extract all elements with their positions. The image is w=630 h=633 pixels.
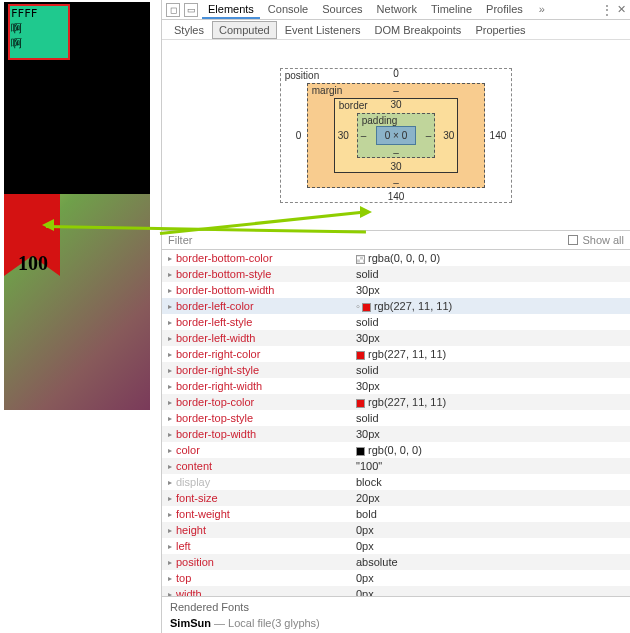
bm-border-bottom: 30 bbox=[390, 161, 401, 172]
prop-row[interactable]: ▸border-top-stylesolid bbox=[162, 410, 630, 426]
preview-pane: FFFF 啊 啊 100 bbox=[0, 0, 162, 633]
prop-row[interactable]: ▸border-left-width30px bbox=[162, 330, 630, 346]
prop-row[interactable]: ▸border-left-stylesolid bbox=[162, 314, 630, 330]
filter-input[interactable]: Filter bbox=[168, 234, 192, 246]
preview-text-2: 啊 bbox=[10, 21, 68, 36]
devtools-pane: ◻ ▭ Elements Console Sources Network Tim… bbox=[162, 0, 630, 633]
rendered-font-entry: SimSun — Local file(3 glyphs) bbox=[170, 617, 622, 629]
showall-label: Show all bbox=[582, 234, 624, 246]
box-model-diagram[interactable]: position 0 margin – 140 – 0 border 30 30… bbox=[162, 40, 630, 230]
computed-properties-list[interactable]: ▸border-bottom-colorrgba(0, 0, 0, 0)▸bor… bbox=[162, 250, 630, 596]
prop-row[interactable]: ▸font-weightbold bbox=[162, 506, 630, 522]
prop-row[interactable]: ▸top0px bbox=[162, 570, 630, 586]
bm-padding-bottom: – bbox=[393, 147, 399, 158]
prop-row[interactable]: ▸font-size20px bbox=[162, 490, 630, 506]
prop-row[interactable]: ▸border-top-colorrgb(227, 11, 11) bbox=[162, 394, 630, 410]
prop-row[interactable]: ▸left0px bbox=[162, 538, 630, 554]
bm-border-label: border bbox=[339, 100, 368, 111]
tab-sources[interactable]: Sources bbox=[316, 1, 368, 19]
inspect-icon[interactable]: ◻ bbox=[166, 3, 180, 17]
prop-row[interactable]: ▸border-right-colorrgb(227, 11, 11) bbox=[162, 346, 630, 362]
bm-border-top: 30 bbox=[390, 99, 401, 110]
bm-margin-left: 0 bbox=[296, 130, 302, 141]
tab-console[interactable]: Console bbox=[262, 1, 314, 19]
tab-network[interactable]: Network bbox=[371, 1, 423, 19]
prop-row[interactable]: ▸border-right-stylesolid bbox=[162, 362, 630, 378]
annotation-arrow-2-head bbox=[360, 206, 372, 218]
bm-padding-left: – bbox=[361, 130, 367, 141]
bm-margin-top: – bbox=[393, 85, 399, 96]
filter-row: Filter Show all bbox=[162, 230, 630, 250]
preview-text-3: 啊 bbox=[10, 36, 68, 51]
subtab-eventlisteners[interactable]: Event Listeners bbox=[279, 22, 367, 38]
prop-row[interactable]: ▸border-bottom-stylesolid bbox=[162, 266, 630, 282]
tab-profiles[interactable]: Profiles bbox=[480, 1, 529, 19]
badge-number: 100 bbox=[18, 252, 48, 275]
prop-row[interactable]: ▸content"100" bbox=[162, 458, 630, 474]
bm-margin-bottom-dash: – bbox=[393, 177, 399, 188]
bm-margin-label: margin bbox=[312, 85, 343, 96]
prop-row[interactable]: ▸border-left-color◦rgb(227, 11, 11) bbox=[162, 298, 630, 314]
bm-border-right: 30 bbox=[443, 130, 454, 141]
subtab-dombreakpoints[interactable]: DOM Breakpoints bbox=[369, 22, 468, 38]
prop-row[interactable]: ▸border-bottom-width30px bbox=[162, 282, 630, 298]
bm-position-label: position bbox=[285, 70, 319, 81]
prop-row[interactable]: ▸border-top-width30px bbox=[162, 426, 630, 442]
bm-position-top: 0 bbox=[393, 68, 399, 79]
subtab-styles[interactable]: Styles bbox=[168, 22, 210, 38]
subtab-computed[interactable]: Computed bbox=[212, 21, 277, 39]
prop-row[interactable]: ▸border-bottom-colorrgba(0, 0, 0, 0) bbox=[162, 250, 630, 266]
main-tabs: Elements Console Sources Network Timelin… bbox=[202, 1, 551, 19]
subtab-properties[interactable]: Properties bbox=[469, 22, 531, 38]
annotation-arrow-1-head bbox=[42, 219, 54, 231]
bm-border-left: 30 bbox=[338, 130, 349, 141]
menu-icon[interactable]: ⋮ bbox=[601, 3, 613, 17]
sidebar-tabs: Styles Computed Event Listeners DOM Brea… bbox=[162, 20, 630, 40]
prop-row[interactable]: ▸positionabsolute bbox=[162, 554, 630, 570]
bm-margin-right: 140 bbox=[490, 130, 507, 141]
showall-checkbox[interactable] bbox=[568, 235, 578, 245]
prop-row[interactable]: ▸height0px bbox=[162, 522, 630, 538]
preview-element[interactable]: FFFF 啊 啊 bbox=[8, 4, 70, 60]
prop-row[interactable]: ▸border-right-width30px bbox=[162, 378, 630, 394]
tab-timeline[interactable]: Timeline bbox=[425, 1, 478, 19]
bm-margin-bottom: 140 bbox=[388, 191, 405, 202]
prop-row[interactable]: ▸width0px bbox=[162, 586, 630, 596]
device-icon[interactable]: ▭ bbox=[184, 3, 198, 17]
preview-text-1: FFFF bbox=[10, 6, 68, 21]
rendered-fonts-section: Rendered Fonts SimSun — Local file(3 gly… bbox=[162, 596, 630, 633]
preview-black-area: FFFF 啊 啊 bbox=[4, 2, 150, 194]
bm-padding-right: – bbox=[426, 130, 432, 141]
prop-row[interactable]: ▸displayblock bbox=[162, 474, 630, 490]
prop-row[interactable]: ▸colorrgb(0, 0, 0) bbox=[162, 442, 630, 458]
rendered-fonts-header: Rendered Fonts bbox=[170, 601, 622, 613]
tabs-overflow[interactable]: » bbox=[533, 1, 551, 19]
bm-content: 0 × 0 bbox=[376, 126, 417, 145]
tab-elements[interactable]: Elements bbox=[202, 1, 260, 19]
devtools-toolbar: ◻ ▭ Elements Console Sources Network Tim… bbox=[162, 0, 630, 20]
bm-padding-label: padding bbox=[362, 115, 398, 126]
close-icon[interactable]: ✕ bbox=[617, 3, 626, 17]
